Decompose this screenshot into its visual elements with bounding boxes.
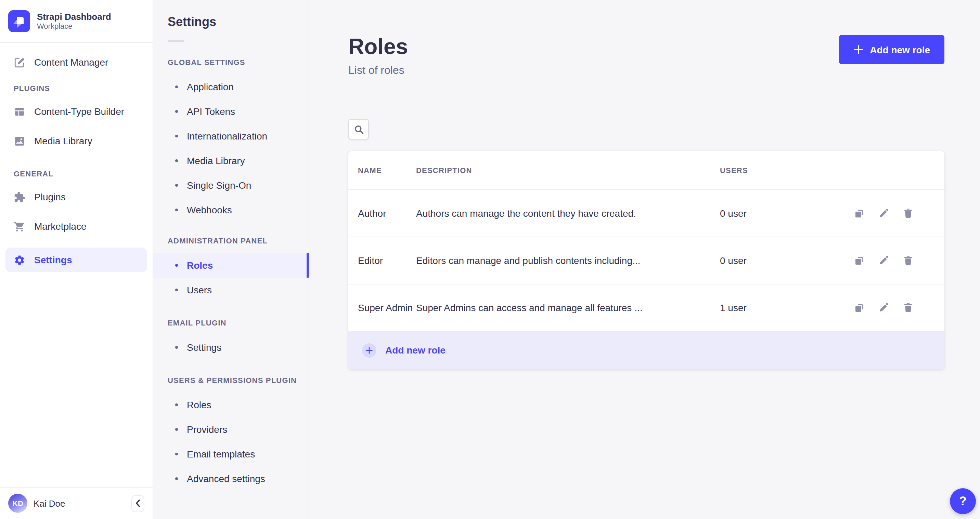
row-actions xyxy=(851,208,944,219)
subnav-item-roles[interactable]: Roles xyxy=(153,253,309,278)
role-description-cell: Super Admins can access and manage all f… xyxy=(416,284,720,331)
add-new-role-footer[interactable]: Add new role xyxy=(348,331,944,369)
subnav-item-users[interactable]: Users xyxy=(153,278,309,302)
sidebar-item-plugins[interactable]: Plugins xyxy=(5,185,147,209)
cart-icon xyxy=(14,221,25,232)
user-bar: KD Kai Doe xyxy=(0,487,153,519)
table-row[interactable]: Editor Editors can manage and publish co… xyxy=(348,237,944,284)
subnav-item-email-templates[interactable]: Email templates xyxy=(153,442,309,467)
delete-icon[interactable] xyxy=(903,255,914,266)
table-row[interactable]: Author Authors can manage the content th… xyxy=(348,190,944,237)
sidebar-item-label: Settings xyxy=(34,254,72,265)
subnav-item-providers[interactable]: Providers xyxy=(153,417,309,442)
role-name-cell: Super Admin xyxy=(348,284,416,331)
gear-icon xyxy=(14,254,25,266)
role-name-cell: Author xyxy=(348,190,416,237)
strapi-logo-icon xyxy=(8,10,30,32)
workspace-name: Workplace xyxy=(37,22,111,31)
edit-icon[interactable] xyxy=(878,255,889,266)
nav-section-general: GENERAL xyxy=(14,170,153,178)
edit-pen-icon xyxy=(14,56,25,68)
add-new-role-footer-label: Add new role xyxy=(385,344,445,356)
main-sidebar: Strapi Dashboard Workplace Content Manag… xyxy=(0,0,153,519)
duplicate-icon[interactable] xyxy=(853,255,864,266)
role-users-cell: 1 user xyxy=(720,284,851,331)
column-header-actions xyxy=(851,151,944,190)
roles-table-card: NAME DESCRIPTION USERS Author Authors ca… xyxy=(348,151,944,369)
settings-subnav: Settings GLOBAL SETTINGS Application API… xyxy=(153,0,309,519)
page-title: Roles xyxy=(348,35,408,58)
chevron-left-icon xyxy=(135,499,141,507)
table-row[interactable]: Super Admin Super Admins can access and … xyxy=(348,284,944,331)
search-icon xyxy=(353,124,364,134)
sidebar-item-content-type-builder[interactable]: Content-Type Builder xyxy=(5,99,147,124)
avatar[interactable]: KD xyxy=(8,494,27,513)
delete-icon[interactable] xyxy=(903,208,914,219)
sidebar-item-label: Plugins xyxy=(34,192,66,202)
add-new-role-button[interactable]: Add new role xyxy=(839,35,944,64)
search-button[interactable] xyxy=(348,119,369,140)
role-description-cell: Editors can manage and publish contents … xyxy=(416,237,720,284)
table-header-row: NAME DESCRIPTION USERS xyxy=(348,151,944,190)
subnav-section-global-settings: GLOBAL SETTINGS xyxy=(168,58,309,66)
subnav-section-administration-panel: ADMINISTRATION PANEL xyxy=(168,236,309,245)
sidebar-item-label: Content-Type Builder xyxy=(34,106,124,117)
image-icon xyxy=(14,135,25,147)
subnav-divider xyxy=(168,40,184,42)
column-header-users[interactable]: USERS xyxy=(720,151,851,190)
plus-circle-icon xyxy=(362,343,376,357)
column-header-description[interactable]: DESCRIPTION xyxy=(416,151,720,190)
page-subtitle: List of roles xyxy=(348,64,408,76)
nav-section-plugins: PLUGINS xyxy=(14,84,153,92)
sidebar-item-media-library[interactable]: Media Library xyxy=(5,129,147,153)
subnav-item-email-settings[interactable]: Settings xyxy=(153,335,309,360)
subnav-section-email-plugin: EMAIL PLUGIN xyxy=(168,319,309,327)
subnav-item-up-roles[interactable]: Roles xyxy=(153,392,309,417)
duplicate-icon[interactable] xyxy=(853,302,864,313)
role-description-cell: Authors can manage the content they have… xyxy=(416,190,720,237)
subnav-item-media-library[interactable]: Media Library xyxy=(153,148,309,173)
edit-icon[interactable] xyxy=(878,302,889,313)
page-header-text: Roles List of roles xyxy=(348,35,408,76)
main-content: Roles List of roles Add new role xyxy=(309,0,980,519)
subnav-title: Settings xyxy=(168,15,309,29)
subnav-item-application[interactable]: Application xyxy=(153,75,309,99)
subnav-section-users-permissions-plugin: USERS & PERMISSIONS PLUGIN xyxy=(168,376,309,384)
user-name: Kai Doe xyxy=(33,498,65,508)
workspace-switcher[interactable]: Strapi Dashboard Workplace xyxy=(0,0,153,43)
plus-icon xyxy=(853,44,864,55)
row-actions xyxy=(851,302,944,313)
roles-table: NAME DESCRIPTION USERS Author Authors ca… xyxy=(348,151,944,331)
sidebar-item-settings[interactable]: Settings xyxy=(5,248,147,272)
duplicate-icon[interactable] xyxy=(853,208,864,219)
brand-text: Strapi Dashboard Workplace xyxy=(37,12,111,31)
sidebar-item-marketplace[interactable]: Marketplace xyxy=(5,214,147,239)
delete-icon[interactable] xyxy=(903,302,914,313)
add-new-role-button-label: Add new role xyxy=(870,44,930,55)
role-name-cell: Editor xyxy=(348,237,416,284)
help-button[interactable]: ? xyxy=(950,488,976,514)
role-users-cell: 0 user xyxy=(720,237,851,284)
main-nav-list: Content Manager PLUGINS Content-Type Bui… xyxy=(0,43,153,487)
subnav-item-webhooks[interactable]: Webhooks xyxy=(153,198,309,222)
sidebar-item-label: Marketplace xyxy=(34,221,87,232)
role-users-cell: 0 user xyxy=(720,190,851,237)
subnav-item-api-tokens[interactable]: API Tokens xyxy=(153,99,309,124)
subnav-item-internationalization[interactable]: Internationalization xyxy=(153,124,309,148)
strapi-dashboard: Strapi Dashboard Workplace Content Manag… xyxy=(0,0,980,519)
puzzle-icon xyxy=(14,191,25,203)
collapse-sidebar-button[interactable] xyxy=(131,495,145,512)
page-header: Roles List of roles Add new role xyxy=(348,35,944,76)
column-header-name[interactable]: NAME xyxy=(348,151,416,190)
edit-icon[interactable] xyxy=(878,208,889,219)
sidebar-item-content-manager[interactable]: Content Manager xyxy=(5,50,147,75)
sidebar-item-label: Content Manager xyxy=(34,57,108,68)
row-actions xyxy=(851,255,944,266)
sidebar-item-label: Media Library xyxy=(34,135,92,146)
subnav-item-single-sign-on[interactable]: Single Sign-On xyxy=(153,173,309,198)
layout-icon xyxy=(14,106,25,117)
app-title: Strapi Dashboard xyxy=(37,12,111,22)
subnav-item-advanced-settings[interactable]: Advanced settings xyxy=(153,467,309,491)
